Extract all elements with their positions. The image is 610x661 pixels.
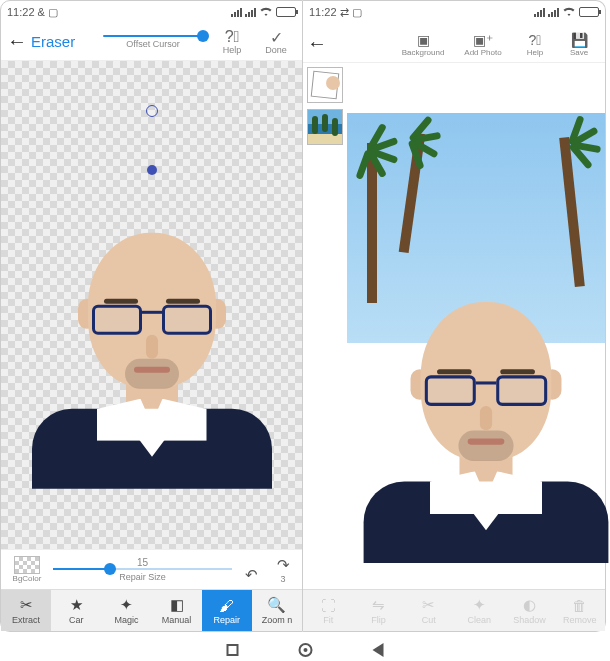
background-button[interactable]: ▣ Background <box>393 31 453 57</box>
tab-fit[interactable]: ⛶Fit <box>303 590 353 631</box>
bgcolor-swatch-icon <box>14 556 40 574</box>
tool-title: Eraser <box>31 33 75 50</box>
wifi-icon <box>259 6 273 19</box>
subject-layer[interactable] <box>364 278 609 543</box>
bottom-tabs: ⛶Fit ⇋Flip ✂Cut ✦Clean ◐Shadow 🗑Remove <box>303 589 605 631</box>
check-icon: ✓ <box>270 28 283 46</box>
back-icon[interactable]: ← <box>307 32 325 55</box>
phone-right: 11:22 ⇄ ▢ ← ▣ Background ▣⁺ Add Photo ?⃝… <box>303 0 606 632</box>
bottom-tabs: ✂Extract ★Car ✦Magic ◧Manual 🖌Repair 🔍Zo… <box>1 589 302 631</box>
clock: 11:22 <box>309 6 337 18</box>
tab-flip[interactable]: ⇋Flip <box>353 590 403 631</box>
add-image-icon: ▣⁺ <box>473 31 493 49</box>
trash-icon: 🗑 <box>572 597 587 614</box>
flip-icon: ⇋ <box>372 596 385 614</box>
scissors-icon: ✂ <box>20 596 33 614</box>
tab-magic[interactable]: ✦Magic <box>101 590 151 631</box>
redo-button[interactable]: ↷ 3 <box>270 556 296 584</box>
save-icon: 💾 <box>571 31 588 49</box>
home-button[interactable] <box>299 643 313 657</box>
star-icon: ★ <box>70 596 83 614</box>
shadow-icon: ◐ <box>523 596 536 614</box>
tab-repair[interactable]: 🖌Repair <box>202 590 252 631</box>
android-nav-bar <box>227 643 384 657</box>
compose-area <box>303 63 605 589</box>
top-toolbar: ← Eraser Offset Cursor ?⃝ Help ✓ Done <box>1 23 302 61</box>
help-button[interactable]: ?⃝ Help <box>513 31 557 57</box>
clean-icon: ✦ <box>473 596 486 614</box>
status-bar: 11:22 & ▢ <box>1 1 302 23</box>
fit-icon: ⛶ <box>321 597 336 614</box>
signal-icon <box>534 7 545 17</box>
save-button[interactable]: 💾 Save <box>557 31 601 57</box>
tab-zoom[interactable]: 🔍Zoom n <box>252 590 302 631</box>
tab-clean[interactable]: ✦Clean <box>454 590 504 631</box>
tab-shadow[interactable]: ◐Shadow <box>504 590 554 631</box>
clock: 11:22 <box>7 6 35 18</box>
add-photo-button[interactable]: ▣⁺ Add Photo <box>453 31 513 57</box>
back-icon[interactable]: ← <box>7 30 25 53</box>
secondary-toolbar: BgColor 15 Repair Size ↶ ↷ 3 <box>1 549 302 589</box>
brush-icon: 🖌 <box>219 597 234 614</box>
signal-icon <box>245 7 256 17</box>
tab-remove[interactable]: 🗑Remove <box>555 590 605 631</box>
scissors-icon: ✂ <box>422 596 435 614</box>
recent-apps-button[interactable] <box>227 644 239 656</box>
back-button[interactable] <box>373 643 384 657</box>
status-bar: 11:22 ⇄ ▢ <box>303 1 605 23</box>
bgcolor-button[interactable]: BgColor <box>7 556 47 583</box>
eraser-icon: ◧ <box>170 596 184 614</box>
signal-icon <box>548 7 559 17</box>
tab-manual[interactable]: ◧Manual <box>152 590 202 631</box>
battery-icon <box>276 7 296 17</box>
top-toolbar: ← ▣ Background ▣⁺ Add Photo ?⃝ Help 💾 Sa… <box>303 23 605 63</box>
layer-thumb-subject[interactable] <box>307 67 343 103</box>
image-icon: ▣ <box>417 31 430 49</box>
help-button[interactable]: ?⃝ Help <box>212 28 252 55</box>
wifi-icon <box>562 6 576 19</box>
brush-cursor <box>147 165 157 175</box>
help-icon: ?⃝ <box>529 31 542 49</box>
redo-icon: ↷ <box>277 556 290 574</box>
wand-icon: ✦ <box>120 596 133 614</box>
layer-thumb-background[interactable] <box>307 109 343 145</box>
tab-cut[interactable]: ✂Cut <box>404 590 454 631</box>
battery-icon <box>579 7 599 17</box>
undo-button[interactable]: ↶ <box>238 566 264 584</box>
signal-icon <box>231 7 242 17</box>
zoom-icon: 🔍 <box>267 596 286 614</box>
tab-auto[interactable]: ★Car <box>51 590 101 631</box>
help-icon: ?⃝ <box>225 28 240 46</box>
layer-thumbnails <box>303 63 347 589</box>
offset-cursor-slider[interactable]: Offset Cursor <box>98 35 208 49</box>
offset-cursor-ring <box>146 105 158 117</box>
repair-size-slider[interactable]: 15 Repair Size <box>53 557 232 582</box>
phone-left: 11:22 & ▢ ← Eraser Offset Cursor ?⃝ Help… <box>0 0 303 632</box>
compose-canvas[interactable] <box>347 63 605 589</box>
editor-canvas[interactable] <box>1 61 302 549</box>
subject-cutout <box>32 209 272 469</box>
done-button[interactable]: ✓ Done <box>256 28 296 55</box>
undo-icon: ↶ <box>245 566 258 584</box>
tab-extract[interactable]: ✂Extract <box>1 590 51 631</box>
